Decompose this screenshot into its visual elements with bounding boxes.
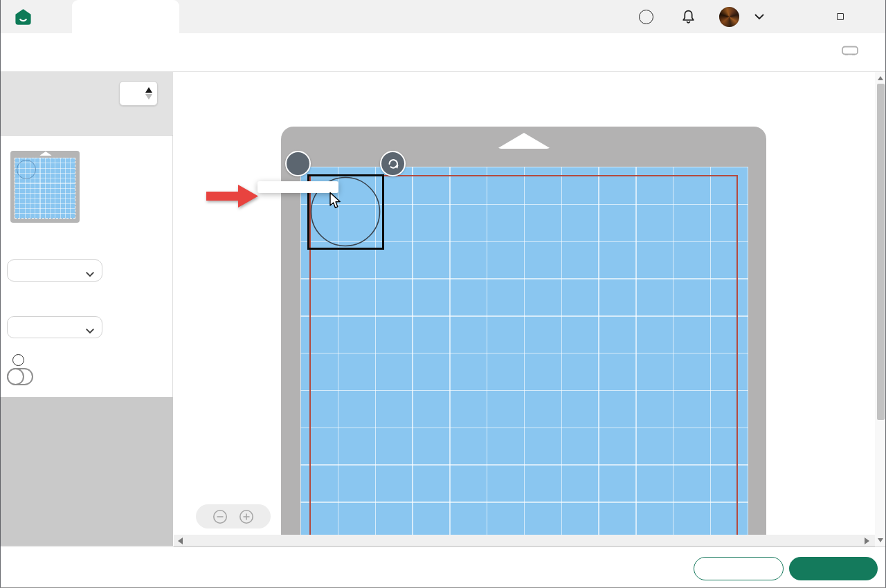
user-avatar[interactable] bbox=[719, 7, 739, 27]
zoom-in-button[interactable] bbox=[239, 509, 254, 524]
project-copies-panel bbox=[0, 72, 173, 136]
mirror-info-icon[interactable] bbox=[12, 354, 24, 366]
prepare-sidebar bbox=[0, 72, 173, 546]
zoom-out-button[interactable] bbox=[213, 509, 228, 524]
vertical-scrollbar-thumb[interactable] bbox=[877, 84, 885, 420]
footer-bar bbox=[0, 546, 886, 588]
minimize-button[interactable] bbox=[795, 0, 825, 33]
chevron-down-icon bbox=[86, 268, 94, 280]
thumbnail-grid bbox=[15, 158, 75, 219]
material-load-type-select[interactable] bbox=[7, 259, 102, 282]
rotate-mat-button[interactable] bbox=[380, 151, 406, 176]
horizontal-scrollbar[interactable] bbox=[174, 535, 875, 546]
zoom-control bbox=[196, 504, 271, 529]
mirror-toggle-knob bbox=[7, 368, 24, 385]
context-menu bbox=[257, 181, 338, 193]
mat-canvas bbox=[174, 72, 875, 535]
user-chevron-down-icon[interactable] bbox=[754, 14, 764, 20]
spinner-down-icon[interactable] bbox=[145, 94, 152, 100]
thumbnail-circle-object bbox=[17, 160, 36, 179]
close-button[interactable] bbox=[856, 0, 886, 33]
sidebar-filler bbox=[0, 397, 173, 546]
scroll-right-icon[interactable] bbox=[865, 538, 869, 544]
cancel-button[interactable] bbox=[694, 557, 784, 580]
mouse-cursor-icon bbox=[328, 192, 342, 212]
material-size-select[interactable] bbox=[7, 316, 102, 338]
project-header bbox=[0, 33, 886, 72]
question-icon bbox=[639, 10, 653, 24]
scroll-left-icon[interactable] bbox=[178, 538, 183, 544]
tab-prepare[interactable] bbox=[72, 0, 179, 33]
titlebar bbox=[0, 0, 886, 33]
rotate-icon bbox=[386, 157, 400, 171]
continue-button[interactable] bbox=[789, 557, 878, 580]
mirror-toggle[interactable] bbox=[7, 368, 33, 385]
scroll-down-icon[interactable] bbox=[878, 538, 883, 542]
explore-machine bbox=[842, 46, 864, 57]
notifications-bell-icon[interactable] bbox=[681, 9, 696, 24]
annotation-arrow-icon bbox=[206, 183, 260, 213]
scroll-up-icon[interactable] bbox=[878, 76, 883, 80]
chevron-down-icon bbox=[86, 324, 94, 337]
mat-notch bbox=[497, 133, 551, 149]
cricut-home-icon bbox=[15, 9, 31, 25]
explore-machine-icon bbox=[842, 46, 858, 57]
mat-thumbnail[interactable] bbox=[10, 151, 80, 223]
maximize-button[interactable] bbox=[825, 0, 856, 33]
maximize-icon bbox=[837, 13, 844, 20]
tab-home[interactable] bbox=[7, 0, 46, 33]
spinner-up-icon[interactable] bbox=[145, 87, 152, 93]
thumbnail-notch bbox=[39, 151, 52, 156]
mat-more-options-button[interactable] bbox=[285, 151, 311, 176]
help-menu[interactable] bbox=[634, 10, 653, 24]
project-copies-input[interactable] bbox=[119, 81, 158, 106]
vertical-scrollbar[interactable] bbox=[875, 72, 886, 546]
